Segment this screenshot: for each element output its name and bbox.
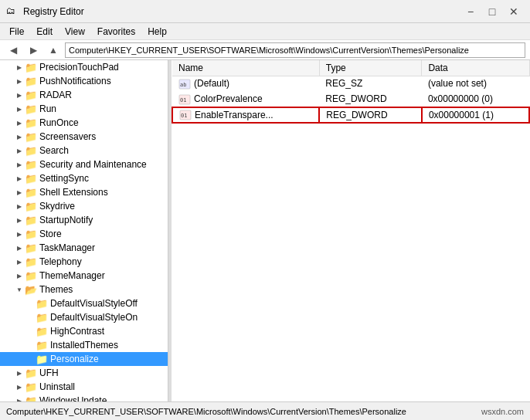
- tree-item-label: Personalize: [50, 354, 99, 364]
- up-button[interactable]: ▲: [45, 42, 62, 58]
- address-bar: ◀ ▶ ▲: [0, 40, 530, 60]
- cell-name: 01 EnableTranspare...: [172, 107, 319, 124]
- expand-btn[interactable]: ▶: [14, 90, 25, 100]
- expand-btn[interactable]: ▶: [14, 187, 25, 198]
- folder-icon: 📁: [25, 228, 37, 240]
- expand-btn[interactable]: ▶: [14, 229, 25, 239]
- expand-btn[interactable]: ▶: [14, 173, 25, 184]
- expand-btn[interactable]: ▶: [14, 242, 25, 253]
- tree-item[interactable]: ▶📁Shell Extensions: [0, 185, 168, 199]
- tree-item[interactable]: ▶📁Security and Maintenance: [0, 158, 168, 171]
- folder-icon: 📁: [25, 214, 37, 226]
- tree-item[interactable]: ▶📁WindowsUpdate: [0, 394, 168, 401]
- values-panel: Name Type Data ab (Default)REG_SZ(value …: [172, 60, 530, 401]
- tree-item-label: DefaultVisualStyleOff: [50, 298, 138, 309]
- expand-btn[interactable]: [25, 312, 36, 323]
- expand-btn[interactable]: ▶: [14, 117, 25, 128]
- folder-icon: 📁: [36, 297, 48, 310]
- expand-btn[interactable]: ▶: [14, 131, 25, 142]
- tree-item[interactable]: ▶📁StartupNotify: [0, 213, 168, 227]
- cell-data: 0x00000000 (0): [422, 91, 529, 107]
- tree-item[interactable]: ▶📁Store: [0, 227, 168, 241]
- tree-item[interactable]: 📁Personalize: [0, 352, 168, 366]
- folder-icon: 📁: [36, 339, 48, 351]
- col-name-header: Name: [172, 60, 319, 76]
- close-button[interactable]: ✕: [504, 3, 524, 20]
- tree-item[interactable]: ▶📁RunOnce: [0, 116, 168, 130]
- address-input[interactable]: [65, 42, 525, 58]
- col-type-header: Type: [319, 60, 422, 76]
- status-bar: Computer\HKEY_CURRENT_USER\SOFTWARE\Micr…: [0, 401, 530, 420]
- expand-btn[interactable]: ▶: [14, 76, 25, 86]
- tree-item-label: StartupNotify: [39, 215, 93, 225]
- tree-item-label: PrecisionTouchPad: [39, 62, 119, 73]
- reg-type-icon: 01: [178, 94, 191, 105]
- forward-button[interactable]: ▶: [25, 42, 42, 58]
- expand-btn[interactable]: ▶: [14, 256, 25, 267]
- tree-item[interactable]: ▶📁Screensavers: [0, 130, 168, 144]
- menu-bar: FileEditViewFavoritesHelp: [0, 23, 530, 40]
- expand-btn[interactable]: ▼: [14, 284, 25, 295]
- tree-item[interactable]: 📁InstalledThemes: [0, 338, 168, 352]
- expand-btn[interactable]: ▶: [14, 145, 25, 156]
- expand-btn[interactable]: [25, 298, 36, 309]
- tree-item[interactable]: ▼📂Themes: [0, 283, 168, 296]
- tree-item[interactable]: ▶📁PushNotifications: [0, 74, 168, 88]
- cell-name: ab (Default): [172, 76, 319, 92]
- expand-btn[interactable]: ▶: [14, 368, 25, 378]
- tree-item[interactable]: 📁HighContrast: [0, 324, 168, 338]
- cell-type: REG_DWORD: [319, 107, 422, 124]
- tree-item[interactable]: ▶📁Skydrive: [0, 199, 168, 213]
- tree-item[interactable]: ▶📁SettingSync: [0, 171, 168, 185]
- menu-item-file[interactable]: File: [3, 25, 30, 39]
- table-row[interactable]: ab (Default)REG_SZ(value not set): [172, 76, 529, 92]
- tree-item[interactable]: ▶📁Search: [0, 144, 168, 158]
- menu-item-help[interactable]: Help: [141, 25, 173, 39]
- tree-item[interactable]: ▶📁TaskManager: [0, 241, 168, 255]
- maximize-button[interactable]: □: [482, 3, 502, 20]
- tree-item[interactable]: 📁DefaultVisualStyleOff: [0, 296, 168, 310]
- tree-item-label: Security and Maintenance: [39, 159, 147, 170]
- menu-item-view[interactable]: View: [59, 25, 91, 39]
- expand-btn[interactable]: ▶: [14, 215, 25, 225]
- folder-icon: 📁: [25, 89, 37, 101]
- tree-item-label: TaskManager: [39, 242, 95, 253]
- folder-icon: 📁: [36, 325, 48, 337]
- expand-btn[interactable]: [25, 340, 36, 351]
- cell-data: 0x00000001 (1): [422, 107, 529, 124]
- col-data-header: Data: [422, 60, 529, 76]
- tree-item[interactable]: ▶📁ThemeManager: [0, 269, 168, 283]
- folder-icon: 📁: [25, 61, 37, 73]
- minimize-button[interactable]: −: [460, 3, 481, 20]
- expand-btn[interactable]: ▶: [14, 201, 25, 212]
- tree-item[interactable]: ▶📁RADAR: [0, 88, 168, 102]
- cell-type: REG_DWORD: [319, 91, 422, 107]
- tree-item[interactable]: ▶📁UFH: [0, 366, 168, 380]
- status-path: Computer\HKEY_CURRENT_USER\SOFTWARE\Micr…: [6, 407, 474, 416]
- cell-data: (value not set): [422, 76, 529, 92]
- table-row[interactable]: 01 EnableTranspare...REG_DWORD0x00000001…: [172, 107, 529, 124]
- tree-item-label: ThemeManager: [39, 270, 105, 281]
- tree-item-label: Skydrive: [39, 201, 75, 212]
- tree-item[interactable]: ▶📁Run: [0, 102, 168, 116]
- tree-item[interactable]: ▶📁Telephony: [0, 255, 168, 269]
- menu-item-favorites[interactable]: Favorites: [91, 25, 141, 39]
- tree-item[interactable]: ▶📁PrecisionTouchPad: [0, 60, 168, 74]
- menu-item-edit[interactable]: Edit: [30, 25, 59, 39]
- folder-icon: 📁: [25, 256, 37, 268]
- back-button[interactable]: ◀: [5, 42, 22, 58]
- expand-btn[interactable]: ▶: [14, 103, 25, 114]
- tree-panel: ▶📁PrecisionTouchPad▶📁PushNotifications▶📁…: [0, 60, 168, 401]
- expand-btn[interactable]: [25, 326, 36, 337]
- expand-btn[interactable]: ▶: [14, 270, 25, 281]
- cell-type: REG_SZ: [319, 76, 422, 92]
- table-row[interactable]: 01 ColorPrevalenceREG_DWORD0x00000000 (0…: [172, 91, 529, 107]
- expand-btn[interactable]: ▶: [14, 159, 25, 170]
- expand-btn[interactable]: ▶: [14, 395, 25, 401]
- expand-btn[interactable]: ▶: [14, 381, 25, 392]
- title-bar: 🗂 Registry Editor − □ ✕: [0, 0, 530, 23]
- tree-item[interactable]: 📁DefaultVisualStyleOn: [0, 310, 168, 324]
- expand-btn[interactable]: ▶: [14, 62, 25, 73]
- expand-btn[interactable]: [25, 354, 36, 364]
- tree-item[interactable]: ▶📁Uninstall: [0, 380, 168, 394]
